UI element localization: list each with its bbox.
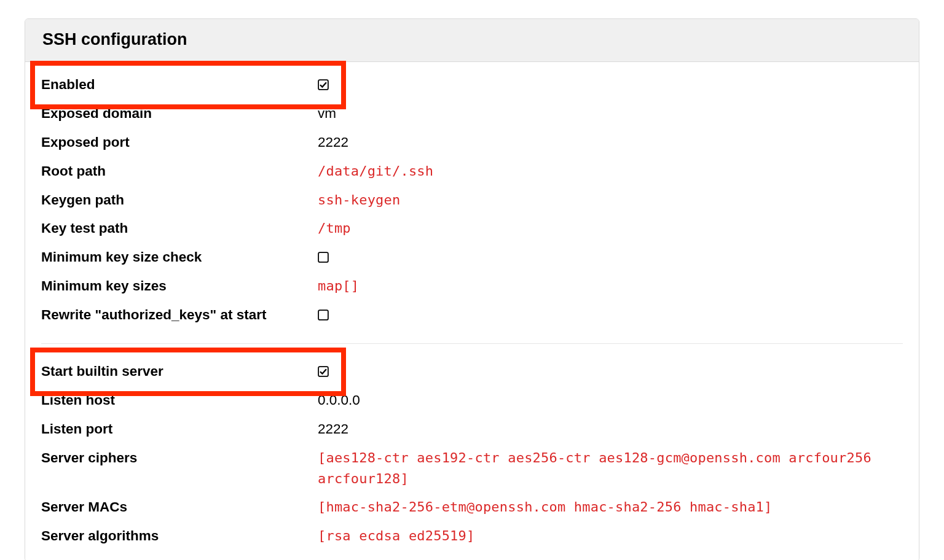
config-row: Server algorithms[rsa ecdsa ed25519]	[41, 522, 903, 551]
panel-title: SSH configuration	[25, 19, 919, 62]
config-row: Keygen pathssh-keygen	[41, 186, 903, 215]
config-label: Minimum key size check	[41, 247, 318, 268]
checkbox-checked-icon	[318, 74, 903, 96]
svg-rect-3	[318, 367, 328, 376]
ssh-configuration-panel: SSH configuration EnabledExposed domainv…	[25, 18, 919, 560]
config-label: Keygen path	[41, 190, 318, 211]
config-row: Exposed port2222	[41, 128, 903, 157]
checkbox-unchecked-icon	[318, 247, 903, 268]
config-value: [aes128-ctr aes192-ctr aes256-ctr aes128…	[318, 448, 903, 489]
config-value: vm	[318, 103, 903, 125]
config-value: 0.0.0.0	[318, 390, 903, 411]
config-row: Listen host0.0.0.0	[41, 386, 903, 415]
svg-rect-0	[318, 80, 328, 90]
config-row: Key test path/tmp	[41, 214, 903, 243]
divider	[41, 343, 903, 344]
config-value: 2222	[318, 132, 903, 154]
config-value: map[]	[318, 276, 903, 297]
config-value: [rsa ecdsa ed25519]	[318, 526, 903, 546]
panel-body: EnabledExposed domainvmExposed port2222R…	[25, 62, 919, 560]
config-label: Key test path	[41, 218, 318, 239]
config-value: /data/git/.ssh	[318, 161, 903, 182]
config-label: Server MACs	[41, 497, 318, 518]
config-label: Start builtin server	[41, 361, 318, 383]
config-row: Minimum key size check	[41, 243, 903, 272]
checkbox-checked-icon	[318, 361, 903, 383]
svg-rect-1	[318, 252, 328, 262]
config-row: Root path/data/git/.ssh	[41, 157, 903, 186]
config-label: Listen host	[41, 390, 318, 411]
config-value: /tmp	[318, 218, 903, 239]
config-value: [hmac-sha2-256-etm@openssh.com hmac-sha2…	[318, 497, 903, 518]
config-group-1: EnabledExposed domainvmExposed port2222R…	[41, 71, 903, 330]
config-label: Listen port	[41, 419, 318, 440]
config-row: Enabled	[41, 71, 903, 99]
config-label: Server algorithms	[41, 526, 318, 547]
config-row: Server ciphers[aes128-ctr aes192-ctr aes…	[41, 444, 903, 493]
config-row: Rewrite "authorized_keys" at start	[41, 301, 903, 330]
config-label: Enabled	[41, 74, 318, 96]
config-label: Exposed port	[41, 132, 318, 154]
config-group-2: Start builtin serverListen host0.0.0.0Li…	[41, 357, 903, 551]
config-row: Listen port2222	[41, 415, 903, 444]
config-row: Start builtin server	[41, 357, 903, 386]
config-label: Minimum key sizes	[41, 276, 318, 297]
config-row: Exposed domainvm	[41, 99, 903, 128]
svg-rect-2	[318, 310, 328, 320]
config-value: ssh-keygen	[318, 190, 903, 211]
config-value: 2222	[318, 419, 903, 440]
checkbox-unchecked-icon	[318, 305, 903, 326]
config-row: Minimum key sizesmap[]	[41, 272, 903, 301]
config-row: Server MACs[hmac-sha2-256-etm@openssh.co…	[41, 493, 903, 522]
config-label: Rewrite "authorized_keys" at start	[41, 305, 318, 326]
config-label: Root path	[41, 161, 318, 182]
config-label: Server ciphers	[41, 448, 318, 469]
config-label: Exposed domain	[41, 103, 318, 125]
